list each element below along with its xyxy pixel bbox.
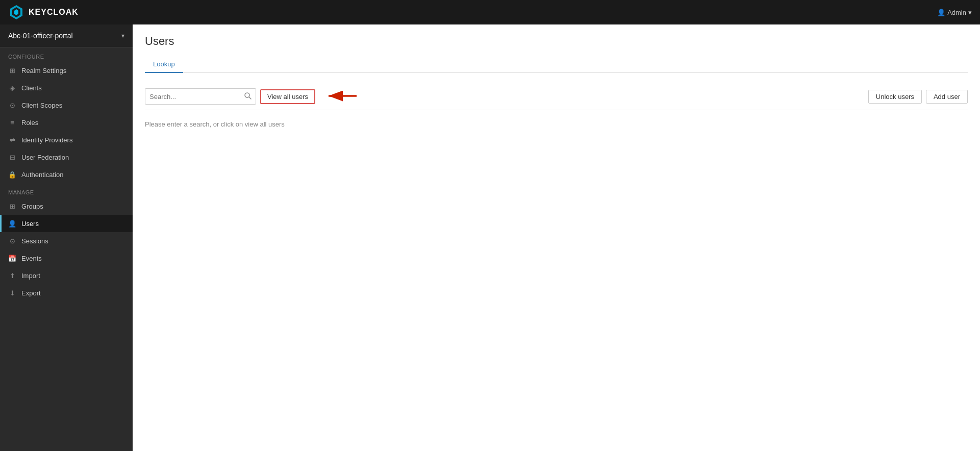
hint-text: Please enter a search, or click on view … xyxy=(145,114,968,134)
sessions-icon: ⊙ xyxy=(8,237,16,245)
tab-lookup-label: Lookup xyxy=(153,60,175,68)
add-user-label: Add user xyxy=(934,93,960,101)
sidebar-item-users[interactable]: 👤 Users xyxy=(0,215,133,232)
sidebar-item-user-federation[interactable]: ⊟ User Federation xyxy=(0,148,133,166)
sidebar-item-export[interactable]: ⬇ Export xyxy=(0,284,133,302)
search-icon xyxy=(244,92,252,99)
navbar: KEYCLOAK 👤 Admin ▾ xyxy=(0,0,980,24)
page-title: Users xyxy=(145,35,968,48)
import-icon: ⬆ xyxy=(8,271,16,280)
main-layout: Abc-01-officer-portal ▾ Configure ⊞ Real… xyxy=(0,24,980,451)
identity-providers-icon: ⇌ xyxy=(8,136,16,144)
sidebar-item-label: User Federation xyxy=(21,154,69,161)
realm-name: Abc-01-officer-portal xyxy=(8,32,73,40)
arrow-icon xyxy=(323,90,359,102)
sidebar: Abc-01-officer-portal ▾ Configure ⊞ Real… xyxy=(0,24,133,451)
sidebar-item-label: Users xyxy=(21,220,39,228)
sidebar-item-label: Authentication xyxy=(21,171,63,179)
sidebar-item-label: Realm Settings xyxy=(21,67,66,74)
tabs-bar: Lookup xyxy=(145,56,968,73)
unlock-users-label: Unlock users xyxy=(876,93,914,101)
sidebar-item-sessions[interactable]: ⊙ Sessions xyxy=(0,232,133,249)
content-area: Users Lookup View all users xyxy=(133,24,980,451)
client-scopes-icon: ⊙ xyxy=(8,101,16,109)
sidebar-item-authentication[interactable]: 🔒 Authentication xyxy=(0,166,133,183)
add-user-button[interactable]: Add user xyxy=(926,90,968,104)
users-icon: 👤 xyxy=(8,219,16,228)
realm-selector[interactable]: Abc-01-officer-portal ▾ xyxy=(0,24,133,47)
brand: KEYCLOAK xyxy=(8,4,79,20)
sidebar-item-identity-providers[interactable]: ⇌ Identity Providers xyxy=(0,131,133,148)
arrow-indicator xyxy=(323,90,359,104)
user-menu[interactable]: 👤 Admin ▾ xyxy=(937,9,972,16)
sidebar-item-label: Sessions xyxy=(21,237,48,245)
sidebar-item-roles[interactable]: ≡ Roles xyxy=(0,114,133,131)
user-chevron-icon: ▾ xyxy=(968,9,972,16)
tab-lookup[interactable]: Lookup xyxy=(145,56,183,73)
search-input[interactable] xyxy=(149,93,241,101)
sidebar-item-label: Events xyxy=(21,255,42,262)
groups-icon: ⊞ xyxy=(8,202,16,210)
sidebar-item-label: Clients xyxy=(21,84,42,92)
events-icon: 📅 xyxy=(8,254,16,262)
search-button[interactable] xyxy=(244,92,252,101)
view-all-users-label: View all users xyxy=(267,93,308,101)
export-icon: ⬇ xyxy=(8,289,16,297)
unlock-users-button[interactable]: Unlock users xyxy=(868,90,922,104)
keycloak-logo-icon xyxy=(8,4,24,20)
user-label: Admin xyxy=(947,9,966,16)
user-icon: 👤 xyxy=(937,9,945,16)
sidebar-item-clients[interactable]: ◈ Clients xyxy=(0,79,133,96)
sidebar-item-import[interactable]: ⬆ Import xyxy=(0,267,133,284)
search-input-wrapper xyxy=(145,88,256,105)
manage-section-label: Manage xyxy=(0,183,133,197)
sidebar-item-label: Export xyxy=(21,289,41,297)
sidebar-item-client-scopes[interactable]: ⊙ Client Scopes xyxy=(0,96,133,114)
sidebar-item-groups[interactable]: ⊞ Groups xyxy=(0,197,133,215)
user-federation-icon: ⊟ xyxy=(8,153,16,161)
sidebar-item-events[interactable]: 📅 Events xyxy=(0,249,133,267)
view-all-users-button[interactable]: View all users xyxy=(260,89,315,104)
svg-line-4 xyxy=(249,97,251,99)
brand-name: KEYCLOAK xyxy=(29,8,79,17)
clients-icon: ◈ xyxy=(8,84,16,92)
authentication-icon: 🔒 xyxy=(8,170,16,179)
sidebar-item-label: Groups xyxy=(21,203,43,210)
sidebar-item-label: Roles xyxy=(21,119,38,127)
sidebar-item-realm-settings[interactable]: ⊞ Realm Settings xyxy=(0,62,133,79)
realm-chevron-icon: ▾ xyxy=(121,32,124,39)
realm-settings-icon: ⊞ xyxy=(8,66,16,74)
sidebar-item-label: Client Scopes xyxy=(21,102,62,109)
sidebar-item-label: Import xyxy=(21,272,40,280)
roles-icon: ≡ xyxy=(8,118,16,127)
sidebar-item-label: Identity Providers xyxy=(21,136,72,144)
search-row: View all users Unlock users Add user xyxy=(145,83,968,110)
configure-section-label: Configure xyxy=(0,47,133,62)
